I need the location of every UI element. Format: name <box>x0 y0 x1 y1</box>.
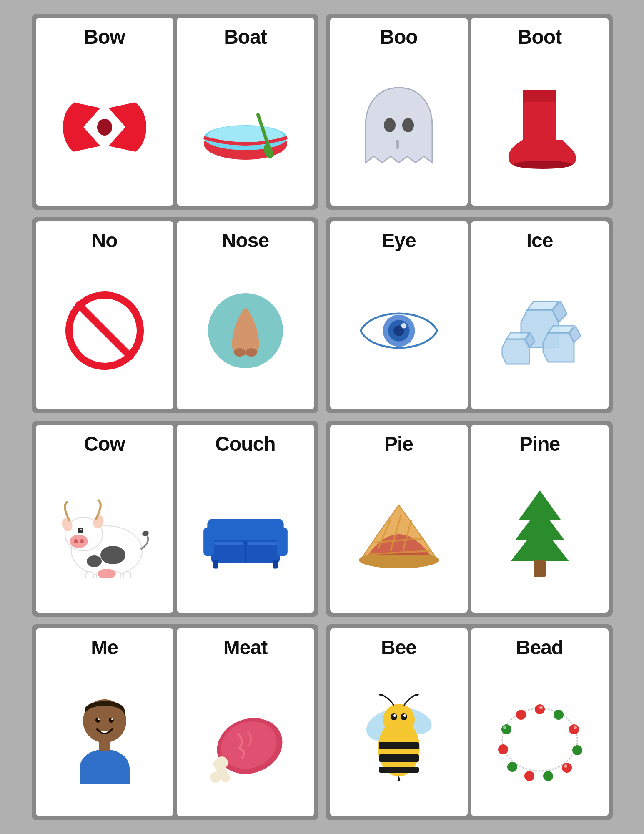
row-4: Me <box>13 624 631 820</box>
svg-rect-56 <box>248 542 277 545</box>
svg-point-97 <box>543 771 553 781</box>
svg-rect-83 <box>379 767 419 773</box>
card-bead: Bead <box>471 628 609 816</box>
card-boat-image <box>181 53 310 201</box>
group-eye-ice: Eye Ice <box>326 217 613 413</box>
card-meat-title: Meat <box>223 636 267 659</box>
svg-point-10 <box>559 121 563 125</box>
card-me-image <box>40 663 169 812</box>
svg-point-12 <box>514 161 572 169</box>
card-bead-title: Bead <box>516 636 563 659</box>
pie-icon <box>353 492 445 576</box>
card-ice-image <box>475 256 604 405</box>
ice-icon <box>494 289 586 372</box>
row-2: No Nose <box>13 217 631 413</box>
svg-point-105 <box>564 764 567 768</box>
svg-point-98 <box>524 771 534 781</box>
svg-point-77 <box>210 772 221 783</box>
card-meat-image <box>181 663 310 812</box>
svg-point-11 <box>559 129 563 133</box>
row-3: Cow <box>13 421 631 617</box>
card-ice-title: Ice <box>526 229 553 252</box>
svg-point-5 <box>384 118 396 132</box>
card-pine-title: Pine <box>519 432 560 455</box>
card-nose-title: Nose <box>222 229 269 252</box>
card-me: Me <box>36 628 173 816</box>
svg-point-84 <box>383 704 415 736</box>
svg-line-14 <box>79 305 130 357</box>
svg-point-88 <box>403 714 406 717</box>
svg-rect-54 <box>273 560 278 568</box>
card-bow-image <box>40 53 169 201</box>
card-boot-title: Boot <box>518 25 561 48</box>
card-pine: Pine <box>471 425 609 613</box>
card-boat-title: Boat <box>224 25 267 48</box>
card-pie: Pie <box>330 425 468 613</box>
svg-rect-66 <box>534 560 546 577</box>
svg-point-92 <box>535 704 545 714</box>
card-cow-title: Cow <box>84 432 125 455</box>
card-nose: Nose <box>177 221 314 409</box>
svg-point-21 <box>401 323 406 328</box>
svg-point-87 <box>393 714 396 717</box>
svg-point-16 <box>234 348 246 357</box>
group-bow-boat: Bow Boat <box>32 14 318 210</box>
group-bee-bead: Bee <box>326 624 613 820</box>
couch-icon <box>200 497 291 572</box>
svg-point-95 <box>572 745 582 755</box>
svg-rect-52 <box>277 527 288 556</box>
svg-rect-45 <box>123 572 131 578</box>
svg-rect-55 <box>214 542 243 545</box>
boot-icon <box>498 85 581 169</box>
svg-point-104 <box>574 726 577 729</box>
svg-point-71 <box>111 718 113 720</box>
me-icon <box>67 692 142 784</box>
group-cow-couch: Cow <box>32 421 318 617</box>
card-no-title: No <box>92 229 118 252</box>
svg-point-17 <box>246 348 257 357</box>
svg-point-9 <box>559 113 563 117</box>
svg-rect-51 <box>203 527 214 556</box>
svg-point-90 <box>415 694 419 696</box>
card-boat: Boat <box>177 18 314 206</box>
card-eye: Eye <box>330 221 468 409</box>
card-no-image <box>40 256 169 405</box>
svg-point-47 <box>141 530 149 537</box>
card-bee-title: Bee <box>381 636 416 659</box>
svg-point-8 <box>559 104 563 108</box>
svg-point-100 <box>498 744 508 754</box>
svg-point-68 <box>95 718 100 723</box>
eye-icon <box>353 297 445 364</box>
boat-icon <box>200 90 291 165</box>
bead-icon <box>494 692 586 784</box>
svg-point-69 <box>109 718 114 723</box>
card-boo-image <box>334 53 464 201</box>
group-boo-boot: Boo Boot <box>326 14 613 210</box>
card-eye-image <box>334 256 464 405</box>
card-boo-title: Boo <box>380 25 417 48</box>
svg-point-6 <box>402 118 414 132</box>
card-cow: Cow <box>36 425 173 613</box>
svg-point-37 <box>80 539 84 543</box>
svg-rect-53 <box>213 560 218 568</box>
card-boot: Boot <box>471 18 609 206</box>
svg-point-99 <box>507 762 517 772</box>
svg-point-85 <box>391 713 397 720</box>
svg-point-101 <box>501 724 511 734</box>
page: Bow Boat <box>13 14 631 820</box>
card-ice: Ice <box>471 221 609 409</box>
card-bee-image <box>334 663 464 812</box>
svg-point-94 <box>569 724 579 734</box>
row-1: Bow Boat <box>13 14 631 210</box>
svg-point-33 <box>87 555 102 567</box>
card-cow-image <box>40 460 169 608</box>
svg-rect-81 <box>379 742 419 749</box>
svg-point-89 <box>379 694 383 696</box>
card-boo: Boo <box>330 18 468 206</box>
card-pie-title: Pie <box>384 432 413 455</box>
svg-point-70 <box>98 718 100 720</box>
pine-icon <box>502 486 577 582</box>
svg-point-35 <box>70 535 88 548</box>
card-me-title: Me <box>91 636 118 659</box>
card-couch: Couch <box>177 425 314 613</box>
